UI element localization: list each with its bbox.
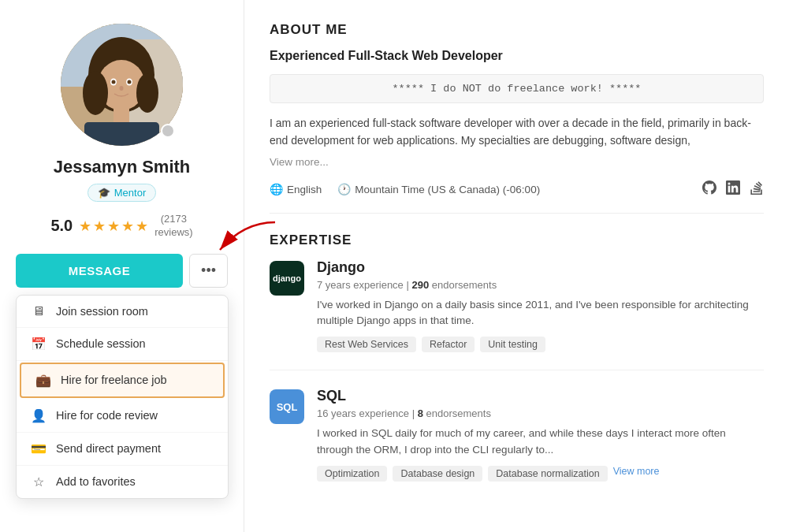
timezone-item: 🕐 Mountain Time (US & Canada) (-06:00) [337,183,540,195]
clock-icon: 🕐 [337,183,351,195]
django-years: 7 years experience [317,279,404,291]
star-2: ★ [93,218,106,235]
sidebar: Jessamyn Smith 🎓 Mentor 5.0 ★ ★ ★ ★ ★ (2… [0,0,244,532]
notice-box: ***** I do NOT do freelance work! ***** [270,74,764,103]
dropdown-schedule-session[interactable]: 📅 Schedule session [17,328,228,361]
view-more-link[interactable]: View more... [270,156,764,168]
calendar-icon: 📅 [31,337,47,352]
django-desc: I've worked in Django on a daily basis s… [317,297,764,329]
message-button[interactable]: MESSAGE [16,254,183,288]
svg-point-10 [128,80,132,84]
dropdown-join-session[interactable]: 🖥 Join session room [17,296,228,328]
dropdown-add-favorites[interactable]: ☆ Add to favorites [17,466,228,498]
sql-endorsements: 8 [418,407,423,419]
online-status-dot [161,124,175,138]
tag-unit-testing: Unit testing [480,337,545,352]
rating-number: 5.0 [50,217,73,235]
meta-row: 🌐 English 🕐 Mountain Time (US & Canada) … [270,180,764,214]
dropdown-hire-code-review[interactable]: 👤 Hire for code review [17,400,228,433]
svg-rect-13 [114,106,129,122]
schedule-session-label: Schedule session [56,337,146,350]
sql-desc: I worked in SQL daily for much of my car… [317,426,764,458]
expertise-sql: SQL SQL 16 years experience | 8 endorsem… [270,388,764,499]
github-icon[interactable] [702,180,716,199]
bio-text: I am an experienced full-stack software … [270,114,764,150]
dropdown-menu: 🖥 Join session room 📅 Schedule session 💼… [16,295,229,499]
main-content: ABOUT ME Experienced Full-Stack Web Deve… [244,0,789,532]
mentor-badge: 🎓 Mentor [87,184,156,202]
mentor-badge-label: Mentor [114,187,146,199]
separator-2: | [412,407,418,419]
star-5: ★ [136,218,148,235]
avatar-wrap [61,24,183,146]
arrow-annotation [181,214,291,281]
stars: ★ ★ ★ ★ ★ [79,218,148,235]
monitor-icon: 🖥 [31,304,47,318]
expertise-title: EXPERTISE [270,233,764,248]
django-details: Django 7 years experience | 290 endorsem… [317,259,764,353]
timezone-text: Mountain Time (US & Canada) (-06:00) [355,184,540,195]
tag-rest-web: Rest Web Services [317,337,416,352]
send-payment-label: Send direct payment [56,442,161,455]
dropdown-send-payment[interactable]: 💳 Send direct payment [17,433,228,466]
star-1: ★ [79,218,91,235]
svg-point-6 [136,73,158,113]
django-tags: Rest Web Services Refactor Unit testing [317,337,764,352]
rating-row: 5.0 ★ ★ ★ ★ ★ (2173 reviews) [50,213,192,240]
django-endorsements: 290 [411,279,429,291]
sql-logo-text: SQL [277,401,298,413]
expertise-django: django Django 7 years experience | 290 e… [270,259,764,371]
mentor-icon: 🎓 [98,187,110,199]
sql-meta: 16 years experience | 8 endorsements [317,407,764,419]
sql-endorsements-label: endorsements [426,407,491,419]
dropdown-hire-freelance[interactable]: 💼 Hire for freelance job [20,363,225,398]
tag-optimization: Optimization [317,466,387,482]
language-text: English [287,184,322,195]
svg-rect-12 [84,122,159,146]
star-3: ★ [107,218,120,235]
briefcase-icon: 💼 [35,373,51,388]
tag-db-normalization: Database normalization [488,466,607,482]
about-subtitle: Experienced Full-Stack Web Developer [270,49,764,63]
hire-freelance-label: Hire for freelance job [61,374,167,386]
django-title: Django [317,259,764,276]
sql-tags: Optimization Database design Database no… [317,466,764,482]
add-favorites-label: Add to favorites [56,475,136,488]
stack-overflow-icon[interactable] [750,180,764,199]
sql-logo: SQL [270,389,304,424]
star-4: ★ [121,218,134,235]
sql-details: SQL 16 years experience | 8 endorsements… [317,388,764,482]
mentor-name: Jessamyn Smith [54,157,191,177]
star-icon: ☆ [31,474,47,489]
sql-title: SQL [317,388,764,404]
hire-code-review-label: Hire for code review [56,409,158,422]
globe-icon: 🌐 [270,183,283,195]
buttons-row: MESSAGE ••• 🖥 Join session room 📅 [16,254,228,288]
linkedin-icon[interactable] [726,180,740,199]
sql-years: 16 years experience [317,407,409,419]
svg-point-5 [83,71,108,115]
tag-refactor: Refactor [422,337,475,352]
svg-point-9 [112,80,116,84]
language-item: 🌐 English [270,183,322,195]
django-meta: 7 years experience | 290 endorsements [317,279,764,291]
about-title: ABOUT ME [270,22,764,38]
payment-icon: 💳 [31,441,47,456]
django-endorsements-label: endorsements [432,279,497,291]
view-more-tags-link[interactable]: View more [613,466,660,482]
svg-point-11 [120,86,124,91]
social-icons [702,180,764,199]
join-session-label: Join session room [56,305,148,318]
person-icon: 👤 [31,408,47,423]
tag-db-design: Database design [393,466,482,482]
